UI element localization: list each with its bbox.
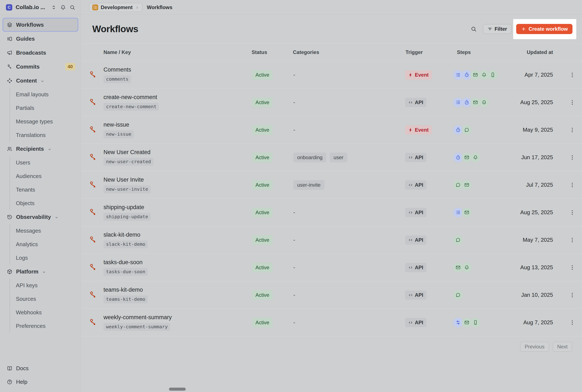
sidebar-subitem-translations[interactable]: Translations: [16, 128, 78, 142]
next-page-button[interactable]: Next: [553, 342, 572, 352]
column-header-trigger: Trigger: [405, 49, 453, 55]
workflow-name: New User Created: [103, 149, 153, 156]
sidebar-item-docs[interactable]: Docs: [2, 362, 78, 375]
row-menu-button[interactable]: [568, 290, 577, 300]
sidebar-item-label: Recipients: [16, 146, 44, 152]
row-menu-button[interactable]: [568, 235, 577, 245]
sidebar-subitem-analytics[interactable]: Analytics: [16, 238, 78, 251]
workflow-row[interactable]: teams-kit-demoteams-kit-demoActive-APIJa…: [81, 281, 582, 309]
workflow-row[interactable]: shipping-updateshipping-updateActive-API…: [81, 199, 582, 226]
sidebar-subitem-preferences[interactable]: Preferences: [16, 319, 78, 333]
workflow-key: new-user-created: [103, 158, 153, 166]
workflow-icon: [89, 98, 97, 106]
megaphone-icon: [7, 50, 12, 56]
workflow-name: slack-kit-demo: [103, 232, 148, 238]
sidebar-subitem-email-layouts[interactable]: Email layouts: [16, 88, 78, 101]
sidebar-subgroup: API keysSourcesWebhooksPreferences: [9, 278, 78, 333]
workflow-key: tasks-due-soon: [103, 268, 148, 276]
workflow-row[interactable]: weekly-comment-summaryweekly-comment-sum…: [81, 309, 582, 336]
workflow-row[interactable]: tasks-due-soontasks-due-soonActive-APIAu…: [81, 254, 582, 281]
sidebar-search-icon[interactable]: [69, 4, 75, 10]
updated-at-cell: May 9, 2025: [517, 126, 554, 133]
bolt-icon: [408, 72, 413, 77]
search-icon[interactable]: [469, 25, 478, 33]
trigger-badge-api: API: [405, 290, 427, 300]
book-icon: [7, 366, 12, 371]
status-cell: Active: [250, 180, 292, 190]
workflow-name-cell: weekly-comment-summaryweekly-comment-sum…: [81, 314, 250, 330]
row-menu-button[interactable]: [568, 208, 577, 217]
previous-page-button[interactable]: Previous: [520, 342, 549, 352]
sidebar-subitem-tenants[interactable]: Tenants: [16, 183, 78, 196]
workflow-icon: [89, 70, 97, 79]
trigger-cell: API: [405, 263, 453, 272]
categories-empty: -: [293, 237, 295, 243]
row-menu-cell: [554, 235, 582, 245]
workflow-name-cell: shipping-updateshipping-update: [81, 204, 250, 220]
row-menu-button[interactable]: [568, 98, 577, 107]
step-icon-bell: [462, 263, 472, 272]
categories-cell: -: [292, 209, 405, 216]
categories-empty: -: [293, 126, 295, 133]
sidebar-item-content[interactable]: Content: [2, 74, 78, 88]
row-menu-button[interactable]: [568, 180, 577, 190]
sidebar-item-label: Commits: [16, 64, 39, 70]
sidebar-item-commits[interactable]: Commits40: [2, 60, 78, 74]
workflow-row[interactable]: slack-kit-demoslack-kit-demoActive-APIMa…: [81, 226, 582, 254]
row-menu-button[interactable]: [568, 125, 577, 134]
box-icon: [7, 269, 12, 274]
workflow-icon: [89, 126, 97, 134]
sidebar-subitem-audiences[interactable]: Audiences: [16, 169, 78, 183]
workflow-row[interactable]: New User Creatednew-user-createdActiveon…: [81, 144, 582, 171]
sidebar-subitem-sources[interactable]: Sources: [16, 292, 78, 306]
sidebar-subitem-partials[interactable]: Partials: [16, 101, 78, 115]
updated-at-cell: Aug 25, 2025: [517, 209, 554, 216]
sidebar-item-platform[interactable]: Platform: [2, 264, 78, 278]
workflow-row[interactable]: create-new-commentcreate-new-commentActi…: [81, 89, 582, 116]
sidebar-item-broadcasts[interactable]: Broadcasts: [2, 46, 78, 60]
chevron-right-icon: [135, 6, 139, 10]
sidebar-subitem-users[interactable]: Users: [16, 156, 78, 169]
row-menu-button[interactable]: [568, 318, 577, 327]
step-icon-email: [471, 70, 480, 80]
sidebar-item-recipients[interactable]: Recipients: [2, 142, 78, 156]
layers-icon: [7, 22, 12, 28]
step-icon-email: [462, 180, 472, 190]
create-workflow-button[interactable]: Create workflow: [516, 24, 573, 34]
column-header-name-key: Name / Key: [81, 49, 250, 55]
sidebar-subgroup: MessagesAnalyticsLogs: [9, 224, 78, 264]
account-switcher-icon[interactable]: [51, 4, 57, 10]
workflow-row[interactable]: new-issuenew-issueActive-EventMay 9, 202…: [81, 116, 582, 144]
categories-empty: -: [293, 319, 295, 326]
workflow-row[interactable]: CommentscommentsActive-EventApr 7, 2025: [81, 61, 582, 89]
trigger-badge-api: API: [405, 180, 427, 190]
row-menu-button[interactable]: [568, 153, 577, 162]
sidebar-item-workflows[interactable]: Workflows: [2, 18, 78, 32]
categories-cell: -: [292, 264, 405, 271]
trigger-badge-api: API: [405, 153, 427, 162]
updated-at-cell: Jun 17, 2025: [517, 154, 554, 161]
trigger-badge-event: Event: [405, 125, 432, 134]
sidebar-subitem-objects[interactable]: Objects: [16, 196, 78, 210]
row-menu-cell: [554, 180, 582, 190]
sidebar-item-label: Observability: [16, 214, 51, 220]
account-name[interactable]: Collab.io ...: [16, 4, 47, 10]
environment-switcher[interactable]: Development: [89, 3, 142, 12]
filter-button[interactable]: Filter: [483, 24, 512, 34]
sidebar-item-help[interactable]: Help: [2, 375, 78, 388]
row-menu-button[interactable]: [568, 70, 577, 80]
content-icon: [7, 78, 12, 84]
workflow-row[interactable]: New User Invitenew-user-inviteActiveuser…: [81, 171, 582, 199]
sidebar-item-guides[interactable]: Guides: [2, 32, 78, 46]
sidebar-subitem-api-keys[interactable]: API keys: [16, 278, 78, 292]
sidebar-subitem-message-types[interactable]: Message types: [16, 115, 78, 128]
sidebar-subitem-messages[interactable]: Messages: [16, 224, 78, 238]
sidebar-subitem-webhooks[interactable]: Webhooks: [16, 306, 78, 319]
status-cell: Active: [250, 290, 292, 300]
horizontal-scrollbar-thumb[interactable]: [169, 388, 186, 391]
notifications-bell-icon[interactable]: [60, 4, 66, 10]
steps-cell: [453, 98, 517, 107]
row-menu-button[interactable]: [568, 263, 577, 272]
sidebar-subitem-logs[interactable]: Logs: [16, 251, 78, 264]
sidebar-item-observability[interactable]: Observability: [2, 210, 78, 224]
